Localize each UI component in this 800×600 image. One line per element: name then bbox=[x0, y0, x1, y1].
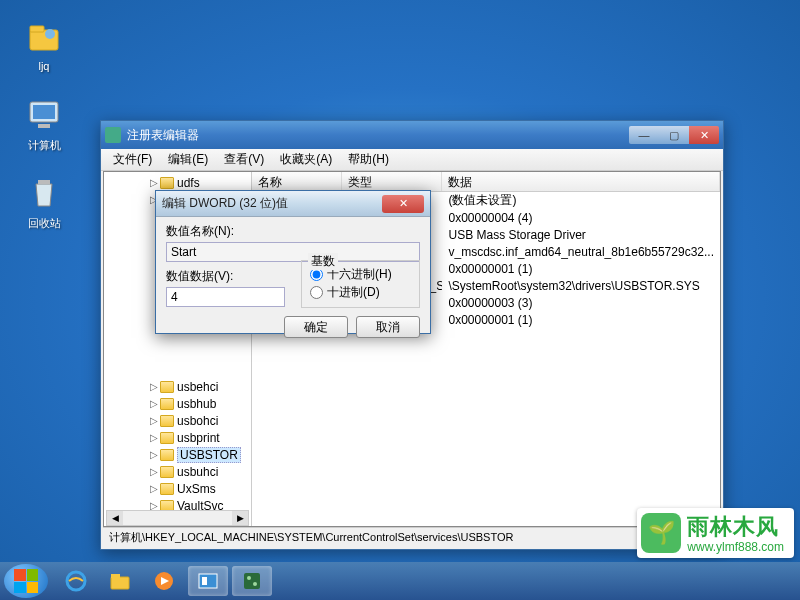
minimize-button[interactable]: — bbox=[629, 126, 659, 144]
tree-item-udfs[interactable]: ▷udfs bbox=[104, 174, 251, 191]
radio-dec[interactable]: 十进制(D) bbox=[310, 283, 411, 301]
tree-label: usbhub bbox=[177, 397, 216, 411]
menu-edit[interactable]: 编辑(E) bbox=[160, 149, 216, 170]
value-data-label: 数值数据(V): bbox=[166, 268, 285, 285]
tree-expand-icon[interactable]: ▷ bbox=[148, 381, 160, 392]
watermark-url: www.ylmf888.com bbox=[687, 540, 784, 554]
svg-point-2 bbox=[45, 29, 55, 39]
statusbar: 计算机\HKEY_LOCAL_MACHINE\SYSTEM\CurrentCon… bbox=[103, 527, 721, 547]
value-name-label: 数值名称(N): bbox=[166, 223, 420, 240]
tree-expand-icon[interactable]: ▷ bbox=[148, 483, 160, 494]
svg-rect-9 bbox=[111, 574, 120, 578]
tree-expand-icon[interactable]: ▷ bbox=[148, 177, 160, 188]
taskbar-app1[interactable] bbox=[188, 566, 228, 596]
tree-expand-icon[interactable]: ▷ bbox=[148, 432, 160, 443]
desktop-icon-computer[interactable]: 计算机 bbox=[14, 94, 74, 153]
cell-data: 0x00000001 (1) bbox=[442, 313, 720, 327]
tree-item-usbhub[interactable]: ▷usbhub bbox=[104, 395, 251, 412]
user-folder-icon bbox=[24, 16, 64, 56]
dialog-title: 编辑 DWORD (32 位)值 bbox=[162, 195, 382, 212]
folder-icon bbox=[160, 398, 174, 410]
tree-item-usbuhci[interactable]: ▷usbuhci bbox=[104, 463, 251, 480]
folder-icon bbox=[160, 177, 174, 189]
tree-label: usbohci bbox=[177, 414, 218, 428]
taskbar-regedit[interactable] bbox=[232, 566, 272, 596]
tree-h-scrollbar[interactable]: ◀ ▶ bbox=[106, 510, 249, 526]
tree-item-usbprint[interactable]: ▷usbprint bbox=[104, 429, 251, 446]
tree-expand-icon[interactable]: ▷ bbox=[148, 415, 160, 426]
folder-icon bbox=[160, 466, 174, 478]
dialog-close-button[interactable]: ✕ bbox=[382, 195, 424, 213]
folder-icon bbox=[160, 432, 174, 444]
column-name[interactable]: 名称 bbox=[252, 172, 342, 191]
folder-icon bbox=[160, 449, 174, 461]
cell-data: 0x00000004 (4) bbox=[442, 211, 720, 225]
desktop-icon-label: ljq bbox=[14, 60, 74, 72]
taskbar-explorer[interactable] bbox=[100, 566, 140, 596]
taskbar-ie[interactable] bbox=[56, 566, 96, 596]
ok-button[interactable]: 确定 bbox=[284, 316, 348, 338]
menu-favorites[interactable]: 收藏夹(A) bbox=[272, 149, 340, 170]
taskbar bbox=[0, 562, 800, 600]
svg-rect-12 bbox=[202, 577, 207, 585]
svg-rect-5 bbox=[38, 124, 50, 128]
maximize-button[interactable]: ▢ bbox=[659, 126, 689, 144]
folder-icon bbox=[160, 381, 174, 393]
tree-label: udfs bbox=[177, 176, 200, 190]
radio-dec-input[interactable] bbox=[310, 286, 323, 299]
base-label: 基数 bbox=[308, 253, 338, 270]
regedit-icon bbox=[105, 127, 121, 143]
tree-item-usbehci[interactable]: ▷usbehci bbox=[104, 378, 251, 395]
taskbar-mediaplayer[interactable] bbox=[144, 566, 184, 596]
scroll-left-icon[interactable]: ◀ bbox=[107, 511, 123, 525]
window-title: 注册表编辑器 bbox=[127, 127, 629, 144]
tree-item-usbohci[interactable]: ▷usbohci bbox=[104, 412, 251, 429]
value-data-input[interactable] bbox=[166, 287, 285, 307]
tree-item-UxSms[interactable]: ▷UxSms bbox=[104, 480, 251, 497]
svg-rect-8 bbox=[111, 577, 129, 589]
tree-expand-icon[interactable]: ▷ bbox=[148, 449, 160, 460]
tree-item-USBSTOR[interactable]: ▷USBSTOR bbox=[104, 446, 251, 463]
computer-icon bbox=[24, 94, 64, 134]
start-button[interactable] bbox=[4, 564, 48, 598]
menu-help[interactable]: 帮助(H) bbox=[340, 149, 397, 170]
menu-file[interactable]: 文件(F) bbox=[105, 149, 160, 170]
svg-rect-11 bbox=[199, 574, 217, 588]
value-name-input bbox=[166, 242, 420, 262]
folder-icon bbox=[160, 483, 174, 495]
window-titlebar[interactable]: 注册表编辑器 — ▢ ✕ bbox=[101, 121, 723, 149]
cancel-button[interactable]: 取消 bbox=[356, 316, 420, 338]
column-data[interactable]: 数据 bbox=[442, 172, 720, 191]
cell-data: 0x00000001 (1) bbox=[442, 262, 720, 276]
list-header: 名称 类型 数据 bbox=[252, 172, 720, 192]
menu-view[interactable]: 查看(V) bbox=[216, 149, 272, 170]
base-radio-group: 基数 十六进制(H) 十进制(D) bbox=[301, 260, 420, 308]
tree-label: usbprint bbox=[177, 431, 220, 445]
close-button[interactable]: ✕ bbox=[689, 126, 719, 144]
svg-rect-13 bbox=[244, 573, 260, 589]
scroll-right-icon[interactable]: ▶ bbox=[232, 511, 248, 525]
tree-label: usbehci bbox=[177, 380, 218, 394]
watermark-brand: 雨林木风 bbox=[687, 512, 784, 542]
desktop-icon-recycle[interactable]: 回收站 bbox=[14, 172, 74, 231]
desktop-icon-label: 计算机 bbox=[14, 138, 74, 153]
dword-dialog: 编辑 DWORD (32 位)值 ✕ 数值名称(N): 数值数据(V): 基数 … bbox=[155, 190, 431, 334]
tree-expand-icon[interactable]: ▷ bbox=[148, 466, 160, 477]
cell-data: (数值未设置) bbox=[442, 192, 720, 209]
tree-label: UxSms bbox=[177, 482, 216, 496]
svg-rect-4 bbox=[33, 105, 55, 119]
recycle-bin-icon bbox=[24, 172, 64, 212]
cell-data: USB Mass Storage Driver bbox=[442, 228, 720, 242]
tree-label: usbuhci bbox=[177, 465, 218, 479]
cell-data: \SystemRoot\system32\drivers\USBSTOR.SYS bbox=[442, 279, 720, 293]
tree-label: USBSTOR bbox=[177, 447, 241, 463]
column-type[interactable]: 类型 bbox=[342, 172, 442, 191]
dialog-titlebar[interactable]: 编辑 DWORD (32 位)值 ✕ bbox=[156, 191, 430, 217]
watermark: 🌱 雨林木风 www.ylmf888.com bbox=[637, 508, 794, 558]
desktop-icon-ljq[interactable]: ljq bbox=[14, 16, 74, 72]
tree-expand-icon[interactable]: ▷ bbox=[148, 398, 160, 409]
svg-point-14 bbox=[247, 576, 251, 580]
svg-rect-6 bbox=[38, 180, 50, 184]
svg-point-15 bbox=[253, 582, 257, 586]
windows-logo-icon bbox=[14, 569, 38, 593]
